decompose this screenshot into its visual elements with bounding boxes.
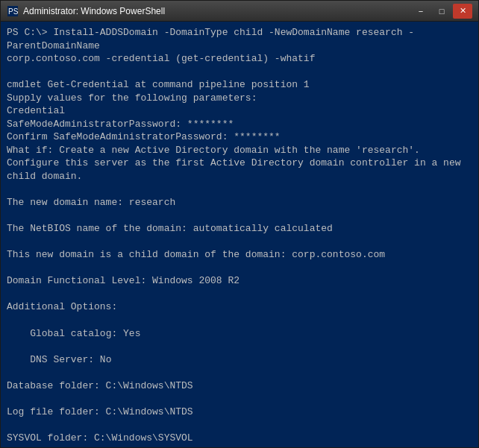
blank-line bbox=[7, 314, 472, 327]
terminal-line: Confirm SafeModeAdministratorPassword: *… bbox=[7, 130, 472, 144]
blank-line bbox=[7, 288, 472, 301]
terminal-line: SafeModeAdministratorPassword: ******** bbox=[7, 118, 472, 131]
blank-line bbox=[7, 340, 472, 353]
terminal-line: The new domain name: research bbox=[7, 196, 472, 209]
terminal-line: Configure this server as the first Activ… bbox=[7, 157, 472, 183]
blank-line bbox=[7, 66, 472, 79]
terminal-line: PS C:\> Install-ADDSDomain -DomainType c… bbox=[7, 26, 472, 52]
terminal-line: Additional Options: bbox=[7, 300, 472, 314]
terminal-line: The NetBIOS name of the domain: automati… bbox=[7, 222, 472, 236]
terminal-line: Supply values for the following paramete… bbox=[7, 92, 472, 105]
title-bar: PS Administrator: Windows PowerShell − □… bbox=[1, 1, 478, 22]
terminal-line: cmdlet Get-Credential at command pipelin… bbox=[7, 78, 472, 92]
terminal-content[interactable]: PS C:\> Install-ADDSDomain -DomainType c… bbox=[7, 26, 472, 447]
terminal-line: Credential bbox=[7, 104, 472, 118]
blank-line bbox=[7, 418, 472, 432]
powershell-icon: PS bbox=[7, 5, 19, 17]
window-title: Administrator: Windows PowerShell bbox=[23, 6, 165, 16]
blank-line bbox=[7, 236, 472, 249]
maximize-button[interactable]: □ bbox=[432, 4, 451, 19]
terminal-line: DNS Server: No bbox=[7, 353, 472, 367]
terminal-body: PS C:\> Install-ADDSDomain -DomainType c… bbox=[1, 22, 478, 447]
blank-line bbox=[7, 392, 472, 406]
terminal-line: Global catalog: Yes bbox=[7, 327, 472, 341]
blank-line bbox=[7, 445, 472, 448]
terminal-line: SYSVOL folder: C:\Windows\SYSVOL bbox=[7, 432, 472, 445]
svg-text:PS: PS bbox=[8, 7, 18, 16]
terminal-line: corp.contoso.com -credential (get-creden… bbox=[7, 52, 472, 66]
powershell-window: PS Administrator: Windows PowerShell − □… bbox=[0, 0, 479, 448]
blank-line bbox=[7, 262, 472, 275]
close-button[interactable]: ✕ bbox=[453, 4, 472, 19]
terminal-line: What if: Create a new Active Directory d… bbox=[7, 144, 472, 157]
blank-line bbox=[7, 183, 472, 197]
title-bar-left: PS Administrator: Windows PowerShell bbox=[7, 5, 165, 17]
terminal-line: This new domain is a child domain of the… bbox=[7, 248, 472, 262]
terminal-line: Domain Functional Level: Windows 2008 R2 bbox=[7, 274, 472, 288]
terminal-line: Log file folder: C:\Windows\NTDS bbox=[7, 406, 472, 419]
blank-line bbox=[7, 366, 472, 379]
terminal-line: Database folder: C:\Windows\NTDS bbox=[7, 379, 472, 393]
title-bar-controls: − □ ✕ bbox=[411, 4, 472, 19]
blank-line bbox=[7, 209, 472, 223]
minimize-button[interactable]: − bbox=[411, 4, 431, 19]
